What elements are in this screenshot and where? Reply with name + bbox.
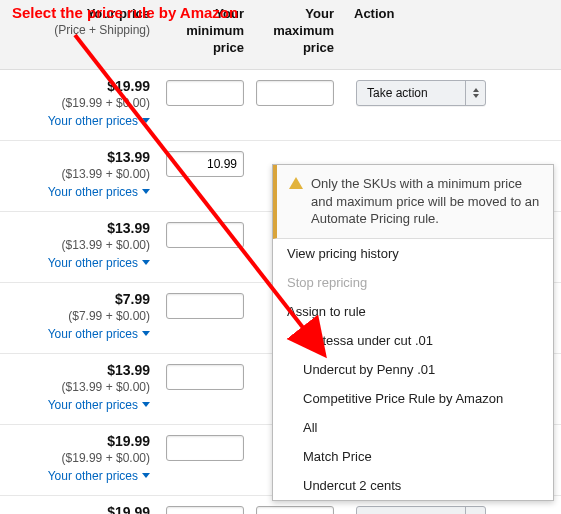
menu-item[interactable]: Competitive Price Rule by Amazon: [273, 384, 553, 413]
min-price-input[interactable]: [166, 364, 244, 390]
price-main: $19.99: [0, 78, 150, 94]
caret-down-icon: [142, 189, 150, 194]
take-action-label: Take action: [357, 86, 465, 100]
warning-icon: [289, 177, 303, 189]
menu-item[interactable]: Assign to rule: [273, 297, 553, 326]
min-price-input[interactable]: [166, 293, 244, 319]
price-main: $19.99: [0, 504, 150, 514]
header-action: Action: [340, 6, 550, 57]
caret-down-icon: [142, 260, 150, 265]
price-breakdown: ($13.99 + $0.00): [0, 238, 150, 252]
price-main: $7.99: [0, 291, 150, 307]
price-breakdown: ($13.99 + $0.00): [0, 167, 150, 181]
min-price-input[interactable]: [166, 151, 244, 177]
menu-item[interactable]: All: [273, 413, 553, 442]
min-price-input[interactable]: [166, 80, 244, 106]
menu-item[interactable]: Fortessa under cut .01: [273, 326, 553, 355]
price-main: $13.99: [0, 149, 150, 165]
warning-text: Only the SKUs with a minimum price and m…: [311, 175, 541, 228]
menu-item: Stop repricing: [273, 268, 553, 297]
price-breakdown: ($7.99 + $0.00): [0, 309, 150, 323]
menu-item[interactable]: View pricing history: [273, 239, 553, 268]
caret-down-icon: [142, 331, 150, 336]
other-prices-link[interactable]: Your other prices: [48, 256, 150, 270]
price-main: $19.99: [0, 433, 150, 449]
price-breakdown: ($19.99 + $0.00): [0, 451, 150, 465]
other-prices-link[interactable]: Your other prices: [48, 327, 150, 341]
other-prices-link[interactable]: Your other prices: [48, 398, 150, 412]
price-breakdown: ($13.99 + $0.00): [0, 380, 150, 394]
take-action-button[interactable]: Take action: [356, 506, 486, 514]
other-prices-link[interactable]: Your other prices: [48, 114, 150, 128]
updown-arrows-icon: [465, 507, 485, 514]
max-price-input[interactable]: [256, 506, 334, 514]
caret-down-icon: [142, 473, 150, 478]
max-price-input[interactable]: [256, 80, 334, 106]
min-price-input[interactable]: [166, 222, 244, 248]
caret-down-icon: [142, 402, 150, 407]
other-prices-link[interactable]: Your other prices: [48, 469, 150, 483]
price-main: $13.99: [0, 220, 150, 236]
price-breakdown: ($19.99 + $0.00): [0, 96, 150, 110]
header-your-price-sub: (Price + Shipping): [0, 23, 150, 39]
table-row: $19.99($19.99 + $0.00)Your other prices$…: [0, 70, 561, 141]
other-prices-link[interactable]: Your other prices: [48, 185, 150, 199]
header-max-price: Your maximum price: [250, 6, 340, 57]
menu-item[interactable]: Undercut 2 cents: [273, 471, 553, 500]
min-price-input[interactable]: [166, 435, 244, 461]
take-action-button[interactable]: Take action: [356, 80, 486, 106]
updown-arrows-icon: [465, 81, 485, 105]
annotation-callout: Select the price rule by Amazon: [12, 4, 238, 22]
min-price-input[interactable]: [166, 506, 244, 514]
menu-item[interactable]: Undercut by Penny .01: [273, 355, 553, 384]
warning-box: Only the SKUs with a minimum price and m…: [273, 165, 553, 239]
caret-down-icon: [142, 118, 150, 123]
menu-item[interactable]: Match Price: [273, 442, 553, 471]
price-main: $13.99: [0, 362, 150, 378]
action-dropdown-menu: Only the SKUs with a minimum price and m…: [272, 164, 554, 501]
